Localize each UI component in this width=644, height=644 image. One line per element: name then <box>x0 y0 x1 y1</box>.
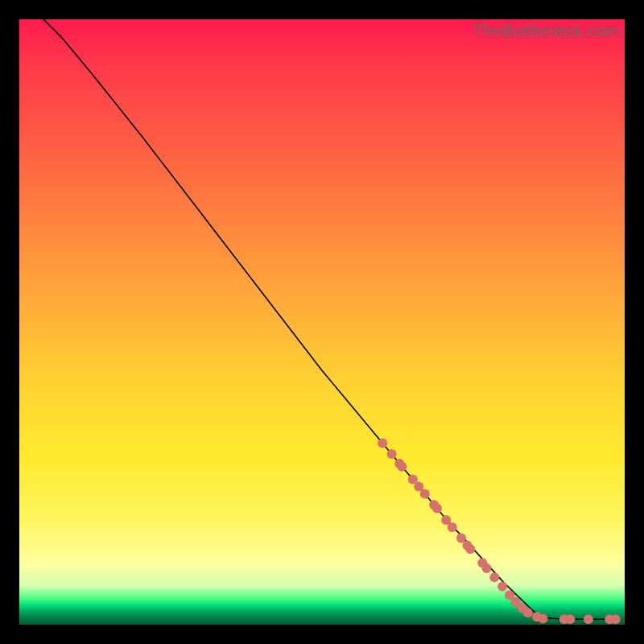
plot-area: TheBottleneck.com <box>19 19 625 625</box>
sample-point <box>489 572 499 582</box>
chart-frame: TheBottleneck.com <box>0 0 644 644</box>
sample-point <box>497 582 507 592</box>
bottleneck-curve-line <box>43 19 613 619</box>
sample-point <box>448 522 457 532</box>
sample-point <box>482 564 492 573</box>
sample-point <box>539 614 548 624</box>
sample-point <box>523 608 533 617</box>
sample-point <box>432 504 442 514</box>
sample-point <box>611 614 621 624</box>
sample-point <box>584 614 593 624</box>
sample-point <box>397 462 407 472</box>
sample-points-group <box>378 438 621 624</box>
sample-point <box>378 438 387 448</box>
sample-point <box>420 489 430 499</box>
sample-point <box>387 449 397 459</box>
chart-overlay <box>19 19 625 625</box>
sample-point <box>465 544 475 554</box>
sample-point <box>565 614 575 624</box>
